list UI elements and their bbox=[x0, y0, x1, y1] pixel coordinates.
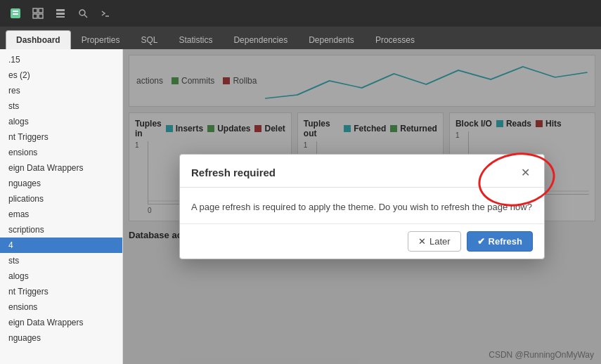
icon-terminal[interactable] bbox=[96, 4, 115, 23]
main-layout: .15 es (2) res sts alogs nt Triggers ens… bbox=[0, 49, 601, 364]
icon-properties[interactable] bbox=[51, 4, 70, 23]
dialog-header: Refresh required ✕ bbox=[180, 155, 544, 188]
sidebar-item-18[interactable]: nguages bbox=[0, 330, 122, 346]
svg-rect-7 bbox=[56, 9, 65, 11]
svg-line-11 bbox=[84, 15, 87, 18]
sidebar-item-2[interactable]: res bbox=[0, 83, 122, 98]
icon-search[interactable] bbox=[73, 4, 93, 23]
top-toolbar bbox=[0, 0, 601, 27]
tab-dashboard[interactable]: Dashboard bbox=[6, 30, 71, 49]
refresh-button[interactable]: ✔ Refresh bbox=[467, 231, 533, 252]
dialog-title: Refresh required bbox=[191, 167, 276, 178]
dialog-footer: ✕ Later ✔ Refresh bbox=[180, 223, 544, 259]
tab-dependents[interactable]: Dependents bbox=[298, 30, 365, 49]
sidebar-item-12[interactable]: 4 bbox=[0, 238, 122, 253]
tab-statistics[interactable]: Statistics bbox=[168, 30, 223, 49]
later-button[interactable]: ✕ Later bbox=[408, 231, 461, 252]
sidebar-item-7[interactable]: eign Data Wrappers bbox=[0, 160, 122, 176]
sidebar-item-13[interactable]: sts bbox=[0, 253, 122, 268]
sidebar-item-0[interactable]: .15 bbox=[0, 52, 122, 67]
sidebar-item-4[interactable]: alogs bbox=[0, 114, 122, 129]
refresh-label: Refresh bbox=[489, 236, 522, 247]
dialog-body: A page refresh is required to apply the … bbox=[180, 188, 544, 223]
svg-rect-5 bbox=[33, 14, 37, 18]
icon-grid[interactable] bbox=[28, 4, 48, 23]
sidebar-item-11[interactable]: scriptions bbox=[0, 222, 122, 238]
svg-rect-6 bbox=[39, 14, 43, 18]
sidebar-item-16[interactable]: ensions bbox=[0, 299, 122, 315]
content-area: actions Commits Rollba bbox=[123, 49, 601, 364]
sidebar-item-8[interactable]: nguages bbox=[0, 176, 122, 191]
confirm-icon: ✔ bbox=[477, 236, 485, 247]
dialog-close-button[interactable]: ✕ bbox=[517, 164, 533, 180]
sidebar: .15 es (2) res sts alogs nt Triggers ens… bbox=[0, 49, 123, 364]
svg-rect-3 bbox=[33, 8, 37, 13]
svg-point-10 bbox=[79, 10, 85, 15]
sidebar-item-17[interactable]: eign Data Wrappers bbox=[0, 315, 122, 330]
cancel-icon: ✕ bbox=[418, 236, 426, 247]
modal-overlay: Refresh required ✕ A page refresh is req… bbox=[123, 49, 601, 364]
sidebar-item-5[interactable]: nt Triggers bbox=[0, 129, 122, 145]
sidebar-item-3[interactable]: sts bbox=[0, 98, 122, 114]
tab-bar: Dashboard Properties SQL Statistics Depe… bbox=[0, 27, 601, 49]
svg-rect-1 bbox=[13, 11, 18, 12]
svg-rect-8 bbox=[56, 13, 65, 15]
icon-db[interactable] bbox=[6, 4, 25, 23]
sidebar-item-14[interactable]: alogs bbox=[0, 268, 122, 284]
dialog-message: A page refresh is required to apply the … bbox=[191, 202, 532, 212]
svg-rect-2 bbox=[13, 13, 18, 15]
tab-processes[interactable]: Processes bbox=[365, 30, 425, 49]
sidebar-item-1[interactable]: es (2) bbox=[0, 67, 122, 83]
sidebar-item-6[interactable]: ensions bbox=[0, 145, 122, 160]
tab-properties[interactable]: Properties bbox=[71, 30, 131, 49]
tab-dependencies[interactable]: Dependencies bbox=[223, 30, 298, 49]
later-label: Later bbox=[429, 236, 451, 247]
sidebar-item-10[interactable]: emas bbox=[0, 207, 122, 222]
sidebar-item-9[interactable]: plications bbox=[0, 191, 122, 207]
svg-rect-9 bbox=[56, 16, 65, 18]
tab-sql[interactable]: SQL bbox=[130, 30, 168, 49]
refresh-dialog: Refresh required ✕ A page refresh is req… bbox=[179, 154, 545, 259]
svg-rect-4 bbox=[39, 8, 43, 13]
sidebar-item-15[interactable]: nt Triggers bbox=[0, 284, 122, 299]
